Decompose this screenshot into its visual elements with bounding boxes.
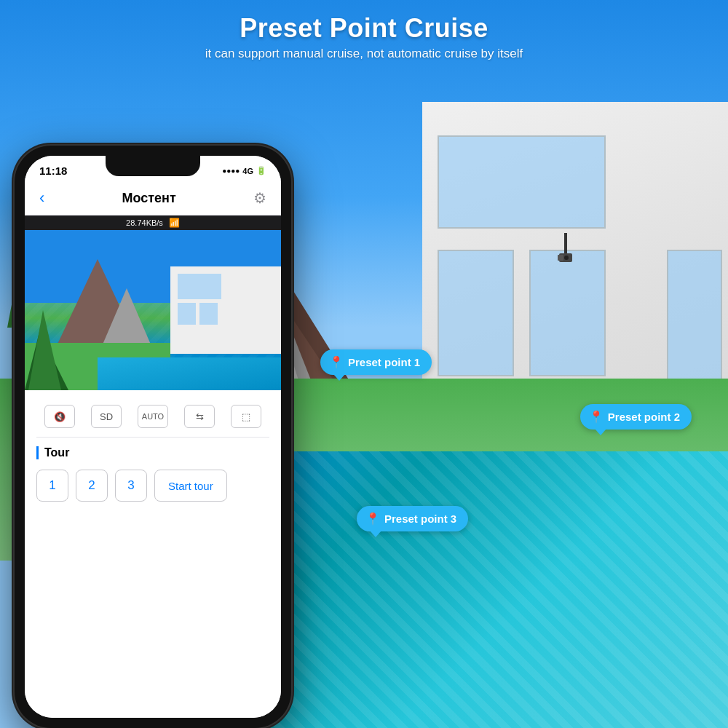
settings-icon[interactable]: ⚙ <box>253 189 266 207</box>
house-window-mid-left <box>438 250 514 376</box>
signal-icon: ●●●● <box>222 167 240 175</box>
snapshot-button[interactable]: ⬚ <box>231 405 261 428</box>
share-icon: ⇆ <box>196 411 204 422</box>
preset-point-3-label: Preset point 3 <box>384 513 456 525</box>
preset-point-2-label: Preset point 2 <box>608 411 680 423</box>
status-icons: ●●●● 4G 🔋 <box>222 166 266 175</box>
pin-icon-2: 📍 <box>589 410 604 424</box>
snapshot-icon: ⬚ <box>242 411 250 422</box>
tour-num-2: 2 <box>88 478 95 493</box>
speed-value: 28.74KB/s <box>126 218 163 227</box>
svg-rect-30 <box>199 303 218 325</box>
svg-point-22 <box>564 256 569 260</box>
svg-rect-21 <box>558 255 563 261</box>
pin-icon-3: 📍 <box>365 512 380 526</box>
battery-icon: 🔋 <box>256 166 266 175</box>
tour-buttons-row: 1 2 3 Start tour <box>36 470 269 502</box>
camera-name: Мостент <box>122 191 176 206</box>
phone-mockup: 11:18 ●●●● 4G 🔋 ‹ Мостент ⚙ 28.74KB/s 📶 <box>15 146 291 728</box>
status-time: 11:18 <box>39 165 67 177</box>
tour-num-3: 3 <box>127 478 134 493</box>
auto-button[interactable]: AUTO <box>138 405 168 428</box>
preset-point-1-label: Preset point 1 <box>348 356 420 368</box>
svg-rect-28 <box>178 274 221 299</box>
page-title: Preset Point Cruise <box>0 13 728 44</box>
pin-icon-1: 📍 <box>329 355 344 369</box>
tour-section: Tour 1 2 3 Start tour <box>36 446 269 502</box>
page-subtitle: it can support manual cruise, not automa… <box>0 47 728 61</box>
start-tour-label: Start tour <box>168 480 213 492</box>
control-icons-row: 🔇 SD AUTO ⇆ ⬚ <box>36 399 269 438</box>
start-tour-button[interactable]: Start tour <box>154 470 227 502</box>
phone-body: 11:18 ●●●● 4G 🔋 ‹ Мостент ⚙ 28.74KB/s 📶 <box>15 146 291 728</box>
svg-rect-33 <box>98 357 281 390</box>
tour-button-3[interactable]: 3 <box>115 470 147 502</box>
network-type: 4G <box>242 167 253 175</box>
wifi-icon: 📶 <box>169 218 180 228</box>
tour-section-label: Tour <box>36 446 269 459</box>
speed-bar: 28.74KB/s 📶 <box>25 215 281 230</box>
sd-label: SD <box>100 411 113 422</box>
svg-rect-29 <box>178 303 196 325</box>
svg-rect-19 <box>564 233 567 255</box>
camera-feed[interactable] <box>25 230 281 390</box>
phone-screen: 11:18 ●●●● 4G 🔋 ‹ Мостент ⚙ 28.74KB/s 📶 <box>25 156 281 718</box>
nav-bar: ‹ Мостент ⚙ <box>25 181 281 215</box>
preset-point-2[interactable]: 📍 Preset point 2 <box>580 404 692 430</box>
security-camera <box>553 233 582 277</box>
preset-point-3[interactable]: 📍 Preset point 3 <box>357 506 468 531</box>
sd-button[interactable]: SD <box>91 405 122 428</box>
tour-button-2[interactable]: 2 <box>76 470 108 502</box>
auto-label: AUTO <box>142 412 164 421</box>
mute-icon: 🔇 <box>54 411 66 422</box>
phone-notch <box>106 156 200 176</box>
tour-num-1: 1 <box>49 478 55 493</box>
header: Preset Point Cruise it can support manua… <box>0 13 728 61</box>
back-button[interactable]: ‹ <box>39 189 44 207</box>
tour-button-1[interactable]: 1 <box>36 470 68 502</box>
camera-scene-svg <box>25 230 281 390</box>
preset-point-1[interactable]: 📍 Preset point 1 <box>320 349 432 375</box>
house-window-top <box>438 135 606 229</box>
share-button[interactable]: ⇆ <box>184 405 215 428</box>
mute-button[interactable]: 🔇 <box>44 405 75 428</box>
controls-area: 🔇 SD AUTO ⇆ ⬚ Tour <box>25 390 281 718</box>
